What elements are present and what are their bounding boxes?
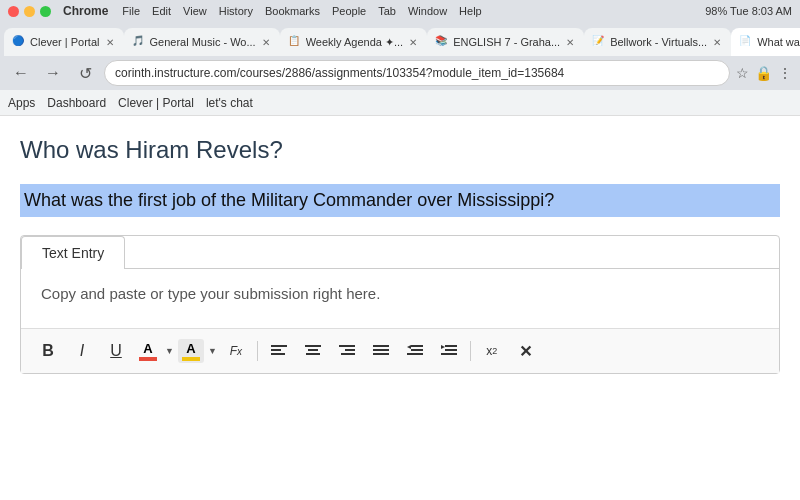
tab-title: Bellwork - Virtuals... [610,36,707,48]
forward-button[interactable]: → [40,60,66,86]
bookmark-apps[interactable]: Apps [8,96,35,110]
align-left-button[interactable] [264,337,294,365]
svg-rect-4 [308,349,318,351]
back-button[interactable]: ← [8,60,34,86]
editor-toolbar: B I U A ▼ A ▼ Fx [21,328,779,373]
superscript-button[interactable]: x2 [477,337,507,365]
svg-rect-18 [441,353,457,355]
toolbar-separator-2 [470,341,471,361]
system-tray: 98% Tue 8:03 AM [705,5,792,17]
menu-file[interactable]: File [122,5,140,17]
bookmark-icon[interactable]: ☆ [736,65,749,81]
page-title: Who was Hiram Revels? [20,136,780,164]
address-bar: ← → ↺ corinth.instructure.com/courses/28… [0,56,800,90]
svg-rect-12 [411,345,423,347]
svg-rect-3 [305,345,321,347]
outdent-button[interactable] [400,337,430,365]
menu-help[interactable]: Help [459,5,482,17]
tab-general-music[interactable]: 🎵 General Music - Wo... ✕ [124,28,280,56]
extension-icon[interactable]: 🔒 [755,65,772,81]
bookmark-clever[interactable]: Clever | Portal [118,96,194,110]
svg-marker-19 [441,345,445,349]
highlight-dropdown-icon[interactable]: ▼ [208,346,217,356]
highlight-swatch [182,357,200,361]
page-content: Who was Hiram Revels? What was the first… [0,116,800,500]
align-center-button[interactable] [298,337,328,365]
tab-favicon: 📚 [435,35,449,49]
submission-hint: Copy and paste or type your submission r… [41,285,759,302]
app-name: Chrome [63,4,108,18]
menu-window[interactable]: Window [408,5,447,17]
tab-close-icon[interactable]: ✕ [407,35,419,50]
tab-close-icon[interactable]: ✕ [711,35,723,50]
menu-people[interactable]: People [332,5,366,17]
svg-marker-15 [407,345,411,349]
svg-rect-17 [445,349,457,351]
menu-history[interactable]: History [219,5,253,17]
tab-favicon: 📄 [739,35,753,49]
text-entry-container: Text Entry Copy and paste or type your s… [20,235,780,374]
italic-button[interactable]: I [67,337,97,365]
menu-edit[interactable]: Edit [152,5,171,17]
url-bar[interactable]: corinth.instructure.com/courses/2886/ass… [104,60,730,86]
align-justify-button[interactable] [366,337,396,365]
underline-button[interactable]: U [101,337,131,365]
title-bar: Chrome File Edit View History Bookmarks … [0,0,800,22]
tab-weekly-agenda[interactable]: 📋 Weekly Agenda ✦... ✕ [280,28,427,56]
font-color-dropdown-icon[interactable]: ▼ [165,346,174,356]
bookmark-lets-chat[interactable]: let's chat [206,96,253,110]
highlight-letter: A [186,341,195,356]
menu-view[interactable]: View [183,5,207,17]
tab-close-icon[interactable]: ✕ [104,35,116,50]
menu-tab[interactable]: Tab [378,5,396,17]
reload-button[interactable]: ↺ [72,60,98,86]
tab-favicon: 📝 [592,35,606,49]
align-right-button[interactable] [332,337,362,365]
remove-format-button[interactable]: Fx [221,337,251,365]
svg-rect-10 [373,349,389,351]
address-bar-icons: ☆ 🔒 ⋮ [736,65,792,81]
bookmarks-bar: Apps Dashboard Clever | Portal let's cha… [0,90,800,116]
svg-rect-0 [271,345,287,347]
tab-close-icon[interactable]: ✕ [260,35,272,50]
svg-rect-7 [345,349,355,351]
tab-title: What was the first... [757,36,800,48]
font-color-swatch [139,357,157,361]
tab-title: Weekly Agenda ✦... [306,36,403,49]
url-text: corinth.instructure.com/courses/2886/ass… [115,66,719,80]
bookmark-dashboard[interactable]: Dashboard [47,96,106,110]
svg-rect-5 [306,353,320,355]
indent-button[interactable] [434,337,464,365]
menu-icon[interactable]: ⋮ [778,65,792,81]
font-color-button[interactable]: A [135,339,161,363]
tab-what-was[interactable]: 📄 What was the first... ✕ [731,28,800,56]
text-entry-tab[interactable]: Text Entry [21,236,125,269]
svg-rect-13 [411,349,423,351]
tab-clever-portal[interactable]: 🔵 Clever | Portal ✕ [4,28,124,56]
tab-title: ENGLISH 7 - Graha... [453,36,560,48]
text-entry-body[interactable]: Copy and paste or type your submission r… [21,268,779,328]
tab-bar: 🔵 Clever | Portal ✕ 🎵 General Music - Wo… [0,22,800,56]
highlight-color-button[interactable]: A [178,339,204,363]
maximize-traffic-light[interactable] [40,6,51,17]
traffic-lights [8,6,51,17]
tab-favicon: 🔵 [12,35,26,49]
svg-rect-14 [407,353,423,355]
close-traffic-light[interactable] [8,6,19,17]
svg-rect-9 [373,345,389,347]
text-entry-tab-label: Text Entry [42,245,104,261]
tab-title: General Music - Wo... [150,36,256,48]
toolbar-separator-1 [257,341,258,361]
menu-bookmarks[interactable]: Bookmarks [265,5,320,17]
tab-english[interactable]: 📚 ENGLISH 7 - Graha... ✕ [427,28,584,56]
font-color-letter: A [143,341,152,356]
tab-bellwork[interactable]: 📝 Bellwork - Virtuals... ✕ [584,28,731,56]
highlighted-question: What was the first job of the Military C… [20,184,780,217]
strikethrough-button[interactable]: ✕ [511,337,541,365]
bold-button[interactable]: B [33,337,63,365]
minimize-traffic-light[interactable] [24,6,35,17]
svg-rect-16 [445,345,457,347]
svg-rect-2 [271,353,285,355]
tab-close-icon[interactable]: ✕ [564,35,576,50]
svg-rect-6 [339,345,355,347]
